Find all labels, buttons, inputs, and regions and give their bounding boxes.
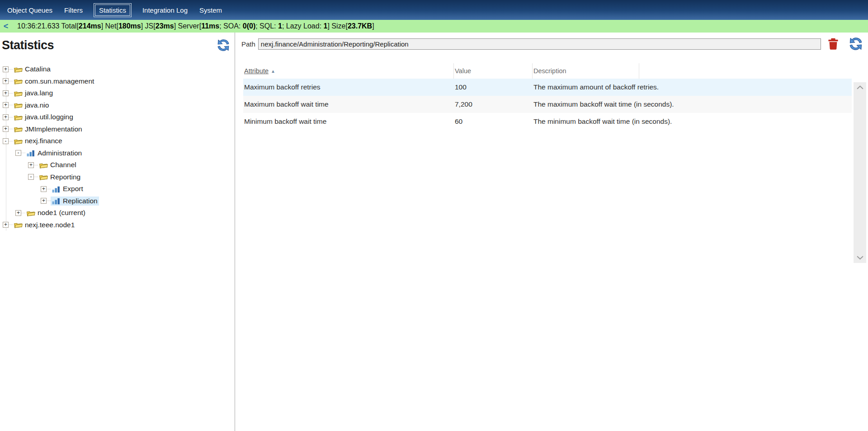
- tree-item-nexj-finance[interactable]: - nexj.finance: [0, 135, 235, 147]
- folder-icon: [14, 66, 23, 73]
- attribute-detail-panel: Path Attribute ▲ Value Description: [235, 33, 868, 431]
- attribute-cell: Maximum backoff retries: [243, 83, 454, 91]
- tab-integration-log[interactable]: Integration Log: [142, 4, 189, 16]
- expand-plus-icon[interactable]: +: [41, 186, 47, 192]
- tree-refresh-icon[interactable]: [217, 38, 230, 52]
- top-nav-bar: Object Queues Filters Statistics Integra…: [0, 0, 868, 20]
- collapse-minus-icon[interactable]: -: [28, 174, 34, 180]
- tree-item-jmimplementation[interactable]: + JMImplementation: [0, 123, 235, 136]
- folder-icon: [14, 113, 23, 121]
- bar-chart-icon: [52, 185, 61, 193]
- expand-plus-icon[interactable]: +: [15, 210, 21, 216]
- tree-item-administration[interactable]: - Administration: [0, 147, 235, 159]
- vertical-scrollbar[interactable]: [854, 82, 866, 263]
- table-header-row: Attribute ▲ Value Description: [243, 63, 852, 79]
- tree-item-label[interactable]: Reporting: [50, 173, 80, 181]
- attribute-cell: Minimum backoff wait time: [243, 117, 454, 126]
- tree-item-label[interactable]: com.sun.management: [25, 77, 94, 85]
- tree-item-catalina[interactable]: + Catalina: [0, 63, 235, 75]
- path-toolbar: Path: [235, 33, 868, 52]
- tree-item-label[interactable]: nexj.teee.node1: [25, 221, 75, 229]
- tree-item-node1-current[interactable]: + node1 (current): [0, 207, 235, 219]
- tree-item-label[interactable]: Catalina: [25, 65, 51, 73]
- value-cell: 100: [454, 83, 533, 91]
- tree-item-export[interactable]: + Export: [0, 183, 235, 195]
- scroll-up-icon[interactable]: [857, 85, 863, 89]
- tree-item-label[interactable]: JMImplementation: [25, 125, 82, 133]
- attributes-table: Attribute ▲ Value Description Maximum ba…: [243, 63, 852, 130]
- tab-system[interactable]: System: [198, 4, 223, 16]
- column-header-value[interactable]: Value: [454, 63, 533, 79]
- description-cell: The maximum backoff wait time (in second…: [533, 100, 852, 108]
- folder-icon: [14, 137, 23, 145]
- tree-item-label[interactable]: nexj.finance: [25, 137, 62, 145]
- tree-item-reporting[interactable]: - Reporting: [0, 171, 235, 183]
- expand-plus-icon[interactable]: +: [3, 90, 9, 96]
- tree-item-java-util-logging[interactable]: + java.util.logging: [0, 111, 235, 123]
- path-label: Path: [241, 40, 255, 48]
- expand-plus-icon[interactable]: +: [3, 126, 9, 132]
- tree-item-label[interactable]: Channel: [50, 161, 76, 169]
- statistics-tree-panel: Statistics + Catalina + com.sun.manageme…: [0, 33, 235, 431]
- description-cell: The minimum backoff wait time (in second…: [533, 117, 852, 126]
- column-header-attribute[interactable]: Attribute ▲: [243, 63, 454, 79]
- column-header-filler: [639, 63, 852, 79]
- table-row[interactable]: Minimum backoff wait time 60 The minimum…: [243, 113, 852, 130]
- path-input[interactable]: [258, 38, 821, 50]
- tree-item-label[interactable]: Administration: [38, 149, 82, 157]
- tree-item-java-nio[interactable]: + java.nio: [0, 99, 235, 112]
- folder-icon: [14, 125, 23, 133]
- mbean-tree: + Catalina + com.sun.management + java.l…: [0, 63, 235, 231]
- tree-item-label[interactable]: Replication: [63, 197, 98, 205]
- column-header-description[interactable]: Description: [533, 63, 639, 79]
- collapse-minus-icon[interactable]: -: [15, 150, 21, 156]
- value-cell: 7,200: [454, 100, 533, 108]
- tree-item-label[interactable]: java.lang: [25, 89, 53, 97]
- table-row[interactable]: Maximum backoff wait time 7,200 The maxi…: [243, 96, 852, 113]
- folder-icon: [39, 173, 48, 181]
- value-cell: 60: [454, 117, 533, 126]
- folder-icon: [26, 209, 35, 217]
- expand-plus-icon[interactable]: +: [41, 198, 47, 204]
- tree-item-label[interactable]: java.nio: [25, 101, 49, 109]
- sort-ascending-icon: ▲: [271, 69, 275, 74]
- scroll-down-icon[interactable]: [857, 256, 863, 260]
- description-cell: The maximum amount of backoff retries.: [533, 83, 852, 91]
- tree-item-java-lang[interactable]: + java.lang: [0, 87, 235, 99]
- tab-object-queues[interactable]: Object Queues: [6, 4, 53, 16]
- selected-tree-item[interactable]: Replication: [51, 197, 99, 206]
- collapse-back-arrow[interactable]: <: [0, 22, 12, 31]
- tree-item-com-sun-management[interactable]: + com.sun.management: [0, 75, 235, 88]
- collapse-minus-icon[interactable]: -: [3, 138, 9, 144]
- expand-plus-icon[interactable]: +: [3, 102, 9, 108]
- expand-plus-icon[interactable]: +: [28, 162, 34, 168]
- tree-item-replication[interactable]: + Replication: [0, 195, 235, 207]
- folder-icon: [14, 101, 23, 109]
- delete-trash-icon[interactable]: [828, 37, 839, 50]
- tree-item-nexj-teee-node1[interactable]: + nexj.teee.node1: [0, 219, 235, 231]
- timing-status-bar: < 10:36:21.633 Total[214ms] Net[180ms] J…: [0, 20, 868, 33]
- expand-plus-icon[interactable]: +: [3, 222, 9, 228]
- bar-chart-icon: [52, 197, 61, 205]
- expand-plus-icon[interactable]: +: [3, 114, 9, 120]
- expand-plus-icon[interactable]: +: [3, 78, 9, 84]
- tree-item-label[interactable]: Export: [63, 185, 83, 193]
- folder-icon: [14, 77, 23, 85]
- folder-icon: [14, 89, 23, 97]
- table-row[interactable]: Maximum backoff retries 100 The maximum …: [243, 79, 852, 96]
- page-title: Statistics: [2, 38, 54, 52]
- bar-chart-icon: [26, 149, 35, 157]
- tree-item-channel[interactable]: + Channel: [0, 159, 235, 171]
- expand-plus-icon[interactable]: +: [3, 66, 9, 72]
- tab-statistics[interactable]: Statistics: [94, 3, 132, 17]
- folder-icon: [39, 161, 48, 169]
- tree-item-label[interactable]: node1 (current): [38, 209, 85, 217]
- attribute-cell: Maximum backoff wait time: [243, 100, 454, 108]
- timing-status-text: 10:36:21.633 Total[214ms] Net[180ms] JS[…: [17, 22, 374, 30]
- tree-item-label[interactable]: java.util.logging: [25, 113, 73, 121]
- folder-icon: [14, 221, 23, 229]
- table-refresh-icon[interactable]: [848, 37, 863, 51]
- tab-filters[interactable]: Filters: [63, 4, 84, 16]
